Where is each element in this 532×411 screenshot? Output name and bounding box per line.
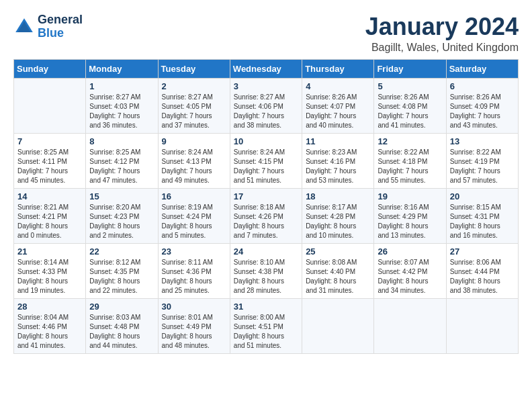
day-number: 3: [234, 81, 298, 91]
day-info: Sunrise: 8:25 AM Sunset: 4:12 PM Dayligh…: [89, 148, 154, 185]
day-info: Sunrise: 8:26 AM Sunset: 4:07 PM Dayligh…: [306, 93, 370, 130]
calendar-cell: 2Sunrise: 8:27 AM Sunset: 4:05 PM Daylig…: [158, 78, 230, 133]
header-day-tuesday: Tuesday: [158, 59, 230, 78]
day-number: 5: [378, 81, 442, 91]
day-info: Sunrise: 8:06 AM Sunset: 4:44 PM Dayligh…: [450, 258, 515, 295]
calendar-table: SundayMondayTuesdayWednesdayThursdayFrid…: [13, 59, 519, 354]
day-info: Sunrise: 8:23 AM Sunset: 4:16 PM Dayligh…: [306, 148, 370, 185]
calendar-cell: 21Sunrise: 8:14 AM Sunset: 4:33 PM Dayli…: [14, 243, 86, 298]
calendar-week-2: 7Sunrise: 8:25 AM Sunset: 4:11 PM Daylig…: [14, 133, 519, 188]
calendar-cell: 3Sunrise: 8:27 AM Sunset: 4:06 PM Daylig…: [230, 78, 302, 133]
title-block: January 2024 Bagillt, Wales, United King…: [365, 13, 519, 54]
day-info: Sunrise: 8:18 AM Sunset: 4:26 PM Dayligh…: [234, 203, 298, 240]
day-info: Sunrise: 8:27 AM Sunset: 4:06 PM Dayligh…: [234, 93, 298, 130]
calendar-title: January 2024: [365, 13, 519, 40]
calendar-cell: 5Sunrise: 8:26 AM Sunset: 4:08 PM Daylig…: [374, 78, 446, 133]
day-number: 18: [306, 191, 370, 201]
calendar-cell: 29Sunrise: 8:03 AM Sunset: 4:48 PM Dayli…: [86, 298, 158, 353]
header-day-monday: Monday: [86, 59, 158, 78]
day-number: 12: [378, 136, 442, 146]
calendar-cell: 27Sunrise: 8:06 AM Sunset: 4:44 PM Dayli…: [446, 243, 518, 298]
header-day-thursday: Thursday: [302, 59, 374, 78]
day-info: Sunrise: 8:22 AM Sunset: 4:18 PM Dayligh…: [378, 148, 442, 185]
day-info: Sunrise: 8:27 AM Sunset: 4:03 PM Dayligh…: [89, 93, 154, 130]
calendar-cell: 23Sunrise: 8:11 AM Sunset: 4:36 PM Dayli…: [158, 243, 230, 298]
logo: General Blue: [13, 13, 83, 40]
day-number: 21: [17, 246, 82, 257]
calendar-week-5: 28Sunrise: 8:04 AM Sunset: 4:46 PM Dayli…: [14, 298, 519, 353]
calendar-cell: 10Sunrise: 8:24 AM Sunset: 4:15 PM Dayli…: [230, 133, 302, 188]
day-info: Sunrise: 8:08 AM Sunset: 4:40 PM Dayligh…: [306, 258, 370, 295]
day-number: 1: [89, 81, 154, 91]
calendar-cell: 18Sunrise: 8:17 AM Sunset: 4:28 PM Dayli…: [302, 188, 374, 243]
calendar-cell: 8Sunrise: 8:25 AM Sunset: 4:12 PM Daylig…: [86, 133, 158, 188]
day-number: 30: [162, 302, 226, 312]
page-header: General Blue January 2024 Bagillt, Wales…: [13, 13, 519, 54]
logo-line2: Blue: [38, 27, 83, 40]
calendar-cell: 7Sunrise: 8:25 AM Sunset: 4:11 PM Daylig…: [14, 133, 86, 188]
day-number: 9: [162, 136, 226, 146]
calendar-header: SundayMondayTuesdayWednesdayThursdayFrid…: [14, 59, 519, 78]
calendar-cell: 19Sunrise: 8:16 AM Sunset: 4:29 PM Dayli…: [374, 188, 446, 243]
day-number: 15: [89, 191, 154, 201]
day-number: 19: [378, 191, 442, 201]
day-info: Sunrise: 8:20 AM Sunset: 4:23 PM Dayligh…: [89, 203, 154, 240]
day-info: Sunrise: 8:26 AM Sunset: 4:09 PM Dayligh…: [450, 93, 515, 130]
calendar-cell: [14, 78, 86, 133]
calendar-cell: 17Sunrise: 8:18 AM Sunset: 4:26 PM Dayli…: [230, 188, 302, 243]
calendar-cell: 4Sunrise: 8:26 AM Sunset: 4:07 PM Daylig…: [302, 78, 374, 133]
calendar-cell: 16Sunrise: 8:19 AM Sunset: 4:24 PM Dayli…: [158, 188, 230, 243]
day-number: 8: [89, 136, 154, 146]
day-info: Sunrise: 8:11 AM Sunset: 4:36 PM Dayligh…: [162, 258, 226, 295]
day-number: 28: [17, 302, 82, 312]
calendar-cell: 1Sunrise: 8:27 AM Sunset: 4:03 PM Daylig…: [86, 78, 158, 133]
day-info: Sunrise: 8:14 AM Sunset: 4:33 PM Dayligh…: [17, 258, 82, 295]
calendar-body: 1Sunrise: 8:27 AM Sunset: 4:03 PM Daylig…: [14, 78, 519, 353]
header-day-sunday: Sunday: [14, 59, 86, 78]
day-info: Sunrise: 8:17 AM Sunset: 4:28 PM Dayligh…: [306, 203, 370, 240]
day-info: Sunrise: 8:24 AM Sunset: 4:15 PM Dayligh…: [234, 148, 298, 185]
day-number: 17: [234, 191, 298, 201]
logo-line1: General: [38, 13, 83, 27]
calendar-week-3: 14Sunrise: 8:21 AM Sunset: 4:21 PM Dayli…: [14, 188, 519, 243]
calendar-cell: 12Sunrise: 8:22 AM Sunset: 4:18 PM Dayli…: [374, 133, 446, 188]
day-info: Sunrise: 8:12 AM Sunset: 4:35 PM Dayligh…: [89, 258, 154, 295]
calendar-cell: 31Sunrise: 8:00 AM Sunset: 4:51 PM Dayli…: [230, 298, 302, 353]
day-number: 29: [89, 302, 154, 312]
day-info: Sunrise: 8:25 AM Sunset: 4:11 PM Dayligh…: [17, 148, 82, 185]
calendar-cell: 11Sunrise: 8:23 AM Sunset: 4:16 PM Dayli…: [302, 133, 374, 188]
calendar-cell: 25Sunrise: 8:08 AM Sunset: 4:40 PM Dayli…: [302, 243, 374, 298]
day-info: Sunrise: 8:04 AM Sunset: 4:46 PM Dayligh…: [17, 313, 82, 351]
calendar-cell: 20Sunrise: 8:15 AM Sunset: 4:31 PM Dayli…: [446, 188, 518, 243]
calendar-cell: [302, 298, 374, 353]
day-number: 20: [450, 191, 515, 201]
logo-icon: [13, 16, 35, 38]
calendar-cell: 24Sunrise: 8:10 AM Sunset: 4:38 PM Dayli…: [230, 243, 302, 298]
day-number: 7: [17, 136, 82, 146]
calendar-week-4: 21Sunrise: 8:14 AM Sunset: 4:33 PM Dayli…: [14, 243, 519, 298]
header-day-wednesday: Wednesday: [230, 59, 302, 78]
day-info: Sunrise: 8:24 AM Sunset: 4:13 PM Dayligh…: [162, 148, 226, 185]
calendar-cell: 22Sunrise: 8:12 AM Sunset: 4:35 PM Dayli…: [86, 243, 158, 298]
day-info: Sunrise: 8:16 AM Sunset: 4:29 PM Dayligh…: [378, 203, 442, 240]
day-info: Sunrise: 8:22 AM Sunset: 4:19 PM Dayligh…: [450, 148, 515, 185]
day-info: Sunrise: 8:03 AM Sunset: 4:48 PM Dayligh…: [89, 313, 154, 351]
day-number: 11: [306, 136, 370, 146]
day-number: 23: [162, 246, 226, 257]
day-number: 22: [89, 246, 154, 257]
calendar-cell: 6Sunrise: 8:26 AM Sunset: 4:09 PM Daylig…: [446, 78, 518, 133]
day-info: Sunrise: 8:21 AM Sunset: 4:21 PM Dayligh…: [17, 203, 82, 240]
day-info: Sunrise: 8:00 AM Sunset: 4:51 PM Dayligh…: [234, 313, 298, 351]
day-info: Sunrise: 8:10 AM Sunset: 4:38 PM Dayligh…: [234, 258, 298, 295]
day-number: 6: [450, 81, 515, 91]
calendar-cell: 30Sunrise: 8:01 AM Sunset: 4:49 PM Dayli…: [158, 298, 230, 353]
day-number: 13: [450, 136, 515, 146]
day-number: 31: [234, 302, 298, 312]
day-number: 14: [17, 191, 82, 201]
calendar-cell: 28Sunrise: 8:04 AM Sunset: 4:46 PM Dayli…: [14, 298, 86, 353]
calendar-week-1: 1Sunrise: 8:27 AM Sunset: 4:03 PM Daylig…: [14, 78, 519, 133]
header-day-friday: Friday: [374, 59, 446, 78]
day-number: 25: [306, 246, 370, 257]
header-row: SundayMondayTuesdayWednesdayThursdayFrid…: [14, 59, 519, 78]
day-number: 26: [378, 246, 442, 257]
